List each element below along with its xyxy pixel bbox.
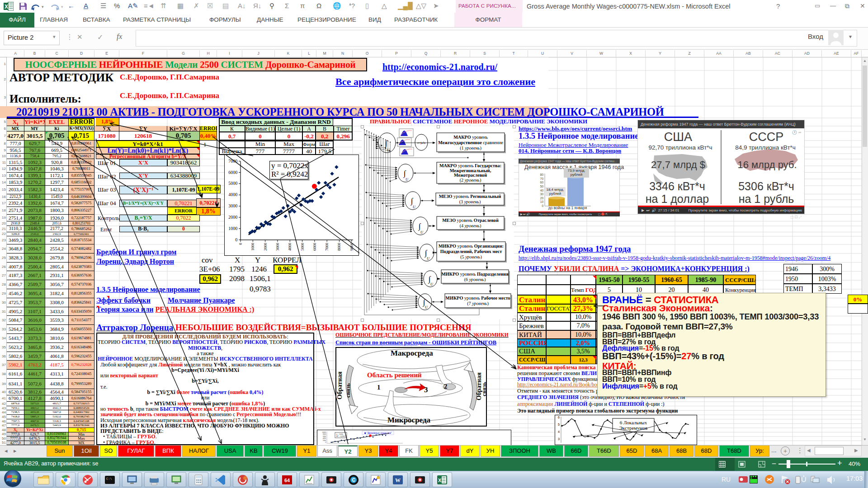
- svg-text:6000: 6000: [312, 243, 317, 251]
- svg-text:70: 70: [540, 177, 544, 180]
- svg-text:2000: 2000: [323, 440, 326, 441]
- svg-text:рублей: рублей: [549, 192, 561, 196]
- svg-text:до войны: до войны: [548, 206, 565, 210]
- svg-text:7000: 7000: [325, 243, 329, 251]
- svg-text:Межрегиональный,: Межрегиональный,: [450, 168, 491, 173]
- svg-text:МАКРО уровень Государства:: МАКРО уровень Государства:: [439, 163, 501, 168]
- svg-text:МЕЗО уровень Отраслевой: МЕЗО уровень Отраслевой: [442, 218, 499, 223]
- svg-text:(6 уровень): (6 уровень): [464, 277, 486, 282]
- svg-text:0: 0: [542, 204, 543, 207]
- svg-text:18,4 млрд.: 18,4 млрд.: [546, 188, 564, 192]
- svg-text:20: 20: [540, 197, 544, 200]
- svg-text:4: 4: [558, 430, 560, 433]
- svg-text:(5 уровень): (5 уровень): [460, 254, 482, 260]
- svg-text:1000: 1000: [250, 243, 255, 251]
- svg-text:Межотраслевой: Межотраслевой: [454, 173, 487, 178]
- svg-text:0: 0: [238, 243, 243, 245]
- svg-text:МИКРО уровень Рабочее место: МИКРО уровень Рабочее место: [445, 296, 510, 300]
- svg-text:(4 уровень): (4 уровень): [460, 223, 481, 229]
- svg-text:80: 80: [540, 173, 544, 176]
- svg-text:3: 3: [558, 437, 560, 441]
- svg-text:30: 30: [540, 192, 544, 196]
- svg-text:2000: 2000: [228, 215, 237, 220]
- svg-text:5: 5: [558, 423, 560, 426]
- svg-text:6 Локальных: 6 Локальных: [620, 420, 647, 425]
- svg-text:50: 50: [540, 185, 544, 188]
- svg-text:Межгосударственное сравнение: Межгосударственное сравнение: [438, 140, 503, 145]
- svg-text:МЕЗО уровень Региональный: МЕЗО уровень Региональный: [439, 194, 501, 199]
- svg-text:3000: 3000: [228, 203, 237, 208]
- svg-text:на 1 января: на 1 января: [566, 206, 587, 210]
- svg-text:3000: 3000: [275, 243, 280, 251]
- svg-text:5000: 5000: [228, 181, 237, 186]
- svg-text:4000: 4000: [228, 192, 237, 197]
- svg-text:æ=∫μ∂μ: æ=∫μ∂μ: [417, 141, 425, 145]
- svg-text:C:\: C:\: [106, 477, 112, 481]
- svg-text:10000: 10000: [322, 432, 326, 433]
- svg-text:0: 0: [235, 237, 237, 242]
- svg-text:◆ "Денежные средства": ◆ "Денежные средства": [364, 432, 392, 434]
- svg-text:МИКРО уровень Организации:: МИКРО уровень Организации:: [439, 244, 504, 249]
- svg-text:73,9 млрд.: 73,9 млрд.: [567, 169, 585, 173]
- svg-text:9000: 9000: [349, 243, 354, 251]
- svg-text:4000: 4000: [323, 437, 326, 439]
- svg-text:60: 60: [540, 181, 544, 184]
- svg-text:(1 уровень): (1 уровень): [460, 145, 481, 151]
- svg-text:МАКРО уровень: МАКРО уровень: [453, 135, 488, 140]
- svg-text:МИКРО уровень Подразделения: МИКРО уровень Подразделения: [441, 272, 509, 277]
- svg-text:64: 64: [284, 478, 290, 483]
- svg-text:8000: 8000: [337, 243, 341, 251]
- svg-text:Экстремумов: Экстремумов: [619, 425, 648, 431]
- svg-text:(2 уровень): (2 уровень): [460, 178, 481, 183]
- svg-text:0: 0: [325, 441, 326, 443]
- svg-text:рублей: рублей: [571, 173, 582, 177]
- svg-text:10: 10: [540, 200, 544, 203]
- svg-text:6000: 6000: [228, 170, 237, 175]
- svg-text:W: W: [395, 477, 401, 483]
- svg-text:1000: 1000: [228, 226, 237, 231]
- svg-text:7000: 7000: [228, 159, 237, 164]
- svg-text:5000: 5000: [300, 243, 305, 251]
- svg-text:6: 6: [558, 416, 560, 419]
- svg-text:(3 уровень): (3 уровень): [459, 199, 481, 205]
- svg-text:4000: 4000: [288, 243, 292, 251]
- svg-text:Подразделений, Рабочих мест: Подразделений, Рабочих мест: [440, 249, 502, 254]
- svg-text:C: C: [352, 478, 355, 483]
- svg-text:2000: 2000: [263, 243, 268, 251]
- svg-text:40: 40: [540, 189, 544, 192]
- svg-text:8000: 8000: [323, 433, 326, 435]
- svg-text:(7 уровень): (7 уровень): [467, 301, 489, 306]
- svg-text:6000: 6000: [323, 436, 326, 437]
- svg-text:X: X: [438, 478, 442, 483]
